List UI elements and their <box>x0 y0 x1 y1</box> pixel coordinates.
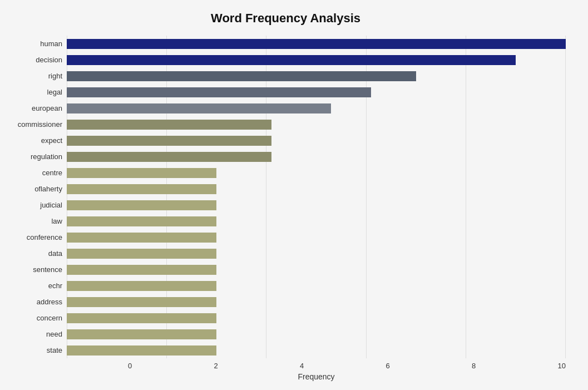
grid-line <box>67 36 67 358</box>
bar-row <box>67 70 566 82</box>
y-label: human <box>40 40 62 47</box>
grid-line <box>466 36 466 358</box>
bar-row <box>67 167 566 179</box>
chart-title: Word Frequency Analysis <box>6 11 566 26</box>
y-label: address <box>37 298 62 305</box>
y-label: centre <box>42 169 62 176</box>
y-label: regulation <box>31 153 62 160</box>
bar <box>67 297 216 307</box>
bar-row <box>67 54 566 66</box>
y-label: european <box>32 105 62 112</box>
bar-row <box>67 151 566 163</box>
bar <box>67 55 516 65</box>
bar-row <box>67 296 566 308</box>
x-tick: 2 <box>214 362 218 370</box>
bar-row <box>67 199 566 211</box>
x-axis-title: Frequency <box>67 372 566 381</box>
x-tick: 10 <box>558 362 566 370</box>
y-label: conference <box>27 234 62 241</box>
bar-row <box>67 119 566 131</box>
x-axis-labels: 0246810 <box>67 362 566 370</box>
bottom-section: 0246810 Frequency <box>6 362 566 381</box>
y-label: decision <box>36 56 62 63</box>
bar <box>67 281 216 291</box>
bar-row <box>67 215 566 228</box>
y-label: expect <box>41 137 62 144</box>
bar <box>67 216 216 226</box>
y-label: oflaherty <box>34 185 62 192</box>
bar <box>67 136 271 146</box>
x-tick: 4 <box>300 362 304 370</box>
y-label: sentence <box>33 266 62 273</box>
y-label: need <box>46 330 62 338</box>
grid-line <box>266 36 266 358</box>
bar <box>67 233 216 243</box>
bar-row <box>67 86 566 98</box>
chart-container: Word Frequency Analysis humandecisionrig… <box>0 0 588 390</box>
bar-row <box>67 135 566 147</box>
y-label: data <box>48 250 62 257</box>
y-label: state <box>47 347 62 354</box>
bar-row <box>67 312 566 324</box>
y-labels: humandecisionrightlegaleuropeancommissio… <box>6 36 67 358</box>
bar <box>67 329 216 339</box>
grid-lines <box>67 36 566 358</box>
bar-row <box>67 102 566 115</box>
bar-row <box>67 344 566 357</box>
bar <box>67 71 416 81</box>
bar <box>67 120 271 130</box>
bar <box>67 152 271 162</box>
grid-line <box>565 36 566 358</box>
x-tick: 8 <box>472 362 476 370</box>
grid-line <box>366 36 367 358</box>
bar-row <box>67 328 566 340</box>
bar-row <box>67 38 566 50</box>
y-label: commissioner <box>18 121 62 128</box>
bar <box>67 87 371 97</box>
bar <box>67 265 216 275</box>
y-label: echr <box>48 282 62 289</box>
bar-row <box>67 280 566 292</box>
bars-and-grid <box>67 36 566 358</box>
bar <box>67 168 216 178</box>
y-label: right <box>48 72 62 80</box>
chart-area: humandecisionrightlegaleuropeancommissio… <box>6 36 566 358</box>
bar <box>67 345 216 356</box>
bar <box>67 313 216 323</box>
bar <box>67 200 216 210</box>
bar <box>67 39 566 49</box>
bar-row <box>67 231 566 244</box>
bar <box>67 103 331 113</box>
bar <box>67 184 216 194</box>
x-tick: 6 <box>386 362 390 370</box>
bar-row <box>67 183 566 195</box>
x-tick: 0 <box>128 362 132 370</box>
bar-row <box>67 264 566 276</box>
bar <box>67 249 216 259</box>
y-label: legal <box>47 88 62 96</box>
y-label: judicial <box>40 201 62 209</box>
y-label: law <box>51 218 62 225</box>
grid-line <box>166 36 167 358</box>
y-label: concern <box>37 314 62 322</box>
bar-row <box>67 248 566 260</box>
